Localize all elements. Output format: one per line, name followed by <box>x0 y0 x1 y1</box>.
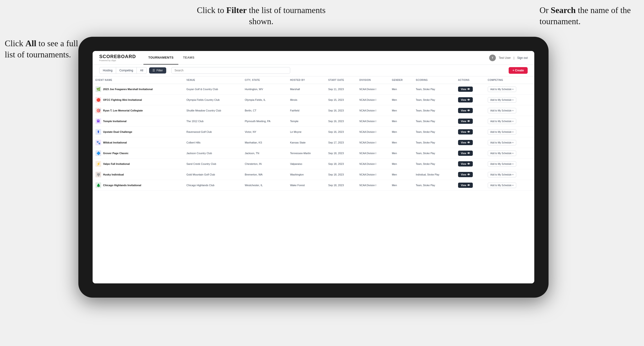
view-button-1[interactable]: View 👁 <box>458 87 473 92</box>
toolbar: Hosting Competing All ☰ Filter + Create <box>92 65 534 76</box>
add-to-schedule-button-4[interactable]: Add to My Schedule + <box>488 119 516 124</box>
cell-gender: Men <box>389 84 413 95</box>
event-name-text: Temple Invitational <box>103 120 126 123</box>
team-logo-7: 🔷 <box>96 150 101 156</box>
eye-icon: 👁 <box>467 173 470 176</box>
cell-venue: Colbert Hills <box>184 137 242 148</box>
cell-hosted-by: Washington <box>287 169 325 180</box>
annotation-left: Click All to see a full list of tourname… <box>5 38 86 60</box>
filter-button[interactable]: ☰ Filter <box>149 67 166 73</box>
cell-actions: View 👁 <box>455 159 485 169</box>
cell-division: NCAA Division I <box>357 127 389 137</box>
cell-start-date: Sep 16, 2023 <box>325 105 356 116</box>
tab-competing[interactable]: Competing <box>116 67 137 74</box>
cell-start-date: Sep 15, 2023 <box>325 95 356 105</box>
search-box <box>172 67 290 74</box>
eye-icon: 👁 <box>467 130 470 133</box>
app-logo: SCOREBOARD <box>99 54 136 59</box>
header-right: T Test User | Sign out <box>489 54 528 61</box>
create-button[interactable]: + Create <box>509 67 528 74</box>
cell-city-state: Olympia Fields, IL <box>242 95 287 105</box>
cell-competing: Add to My Schedule + <box>485 159 534 169</box>
cell-start-date: Sep 18, 2023 <box>325 148 356 159</box>
view-button-8[interactable]: View 👁 <box>458 161 473 167</box>
cell-event-name: 🔷 Grover Page Classic <box>92 148 184 159</box>
table-header-row: EVENT NAME VENUE CITY, STATE HOSTED BY S… <box>92 76 534 84</box>
cell-venue: Chicago Highlands Club <box>184 180 242 191</box>
filter-label: Filter <box>156 69 163 72</box>
cell-start-date: Sep 16, 2023 <box>325 127 356 137</box>
cell-city-state: Manhattan, KS <box>242 137 287 148</box>
cell-division: NCAA Division I <box>357 180 389 191</box>
cell-actions: View 👁 <box>455 84 485 95</box>
event-name-text: Ryan T. Lee Memorial Collegiate <box>103 109 143 112</box>
view-button-5[interactable]: View 👁 <box>458 129 473 135</box>
avatar: T <box>489 54 496 61</box>
table-row: 🔷 Grover Page Classic Jackson Country Cl… <box>92 148 534 159</box>
view-button-6[interactable]: View 👁 <box>458 140 473 145</box>
event-name-text: Chicago Highlands Invitational <box>103 184 141 187</box>
cell-gender: Men <box>389 148 413 159</box>
add-to-schedule-button-7[interactable]: Add to My Schedule + <box>488 151 516 156</box>
view-button-2[interactable]: View 👁 <box>458 97 473 102</box>
add-to-schedule-button-9[interactable]: Add to My Schedule + <box>488 172 516 177</box>
cell-scoring: Team, Stroke Play <box>413 105 455 116</box>
nav-tournaments[interactable]: TOURNAMENTS <box>144 51 178 64</box>
cell-scoring: Team, Stroke Play <box>413 180 455 191</box>
separator: | <box>514 56 514 59</box>
view-button-3[interactable]: View 👁 <box>458 108 473 113</box>
view-button-7[interactable]: View 👁 <box>458 151 473 156</box>
tab-hosting[interactable]: Hosting <box>99 67 116 74</box>
tab-all[interactable]: All <box>137 67 147 74</box>
eye-icon: 👁 <box>467 163 470 165</box>
cell-actions: View 👁 <box>455 180 485 191</box>
event-name-text: Upstate Dual Challenge <box>103 130 132 133</box>
cell-gender: Men <box>389 169 413 180</box>
col-hosted-by: HOSTED BY <box>287 76 325 84</box>
cell-venue: Sand Creek Country Club <box>184 159 242 169</box>
team-logo-9: 🐺 <box>96 172 101 177</box>
eye-icon: 👁 <box>467 152 470 155</box>
add-to-schedule-button-8[interactable]: Add to My Schedule + <box>488 161 516 167</box>
cell-competing: Add to My Schedule + <box>485 180 534 191</box>
view-button-9[interactable]: View 👁 <box>458 172 473 177</box>
cell-division: NCAA Division I <box>357 105 389 116</box>
search-input[interactable] <box>172 67 290 74</box>
cell-city-state: Jackson, TN <box>242 148 287 159</box>
add-to-schedule-button-6[interactable]: Add to My Schedule + <box>488 140 516 145</box>
cell-actions: View 👁 <box>455 95 485 105</box>
add-to-schedule-button-10[interactable]: Add to My Schedule + <box>488 182 516 188</box>
cell-scoring: Team, Stroke Play <box>413 84 455 95</box>
cell-city-state: Berlin, CT <box>242 105 287 116</box>
event-name-text: Grover Page Classic <box>103 152 128 155</box>
add-to-schedule-button-3[interactable]: Add to My Schedule + <box>488 108 516 113</box>
cell-venue: Gold Mountain Golf Club <box>184 169 242 180</box>
table-body: 🌿 2023 Joe Feaganes Marshall Invitationa… <box>92 84 534 191</box>
event-name-text: OFCC Fighting Illini Invitational <box>103 98 142 101</box>
add-to-schedule-button-5[interactable]: Add to My Schedule + <box>488 129 516 135</box>
view-button-10[interactable]: View 👁 <box>458 182 473 188</box>
cell-scoring: Individual, Stroke Play <box>413 169 455 180</box>
col-city-state: CITY, STATE <box>242 76 287 84</box>
table-row: 🔴 OFCC Fighting Illini Invitational Olym… <box>92 95 534 105</box>
cell-venue: Olympia Fields Country Club <box>184 95 242 105</box>
cell-venue: The 1912 Club <box>184 116 242 127</box>
add-to-schedule-button-2[interactable]: Add to My Schedule + <box>488 97 516 103</box>
cell-gender: Men <box>389 159 413 169</box>
cell-event-name: ⚡ Valpo Fall Invitational <box>92 159 184 169</box>
nav-teams[interactable]: TEAMS <box>178 51 199 64</box>
view-button-4[interactable]: View 👁 <box>458 119 473 124</box>
cell-scoring: Team, Stroke Play <box>413 148 455 159</box>
team-logo-10: 🌲 <box>96 182 101 188</box>
user-name: Test User <box>499 56 511 59</box>
main-nav: TOURNAMENTS TEAMS <box>144 51 199 64</box>
col-scoring: SCORING <box>413 76 455 84</box>
cell-competing: Add to My Schedule + <box>485 84 534 95</box>
add-to-schedule-button-1[interactable]: Add to My Schedule + <box>488 87 516 92</box>
cell-start-date: Sep 11, 2023 <box>325 84 356 95</box>
cell-competing: Add to My Schedule + <box>485 127 534 137</box>
cell-hosted-by: Kansas State <box>287 137 325 148</box>
cell-gender: Men <box>389 127 413 137</box>
sign-out-link[interactable]: Sign out <box>517 56 528 59</box>
cell-city-state: Huntington, WV <box>242 84 287 95</box>
